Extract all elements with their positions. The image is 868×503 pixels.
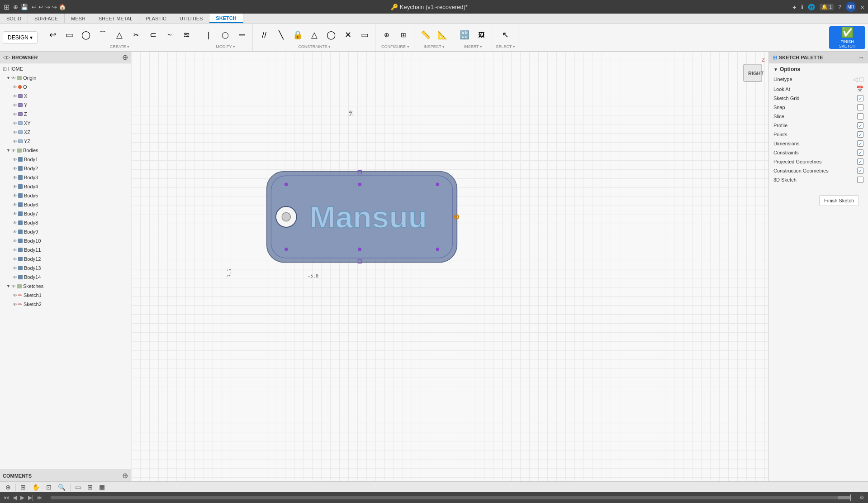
configure-1[interactable]: ⊕: [379, 26, 394, 43]
add-icon[interactable]: +: [792, 3, 797, 11]
tab-sheet-metal[interactable]: SHEET METAL: [92, 14, 139, 23]
eye-body7-icon[interactable]: 👁: [13, 211, 17, 216]
tab-mesh[interactable]: MESH: [65, 14, 92, 23]
eye-body4-icon[interactable]: 👁: [13, 184, 17, 189]
lookat-calendar-icon[interactable]: 📅: [856, 86, 863, 92]
eye-body1-icon[interactable]: 👁: [13, 157, 17, 162]
finish-sketch-button[interactable]: ✅ FINISH SKETCH: [829, 26, 865, 49]
tree-body7[interactable]: 👁 Body7: [0, 209, 131, 218]
poly-tool[interactable]: △: [112, 26, 127, 43]
arc-tool[interactable]: ⌒: [95, 26, 110, 43]
eye-body3-icon[interactable]: 👁: [13, 175, 17, 180]
sketch-grid-checkbox[interactable]: [857, 95, 863, 101]
eye-sketch2-icon[interactable]: 👁: [13, 302, 17, 307]
bottom-home-icon[interactable]: ⊕: [4, 483, 13, 492]
palette-expand-icon[interactable]: ↔: [858, 54, 864, 61]
eye-body13-icon[interactable]: 👁: [13, 266, 17, 271]
bottom-display-2[interactable]: ⊞: [85, 483, 95, 492]
perp-tool[interactable]: ╲: [273, 26, 289, 43]
select-1[interactable]: ↖: [498, 26, 513, 43]
tree-body11[interactable]: 👁 Body11: [0, 245, 131, 254]
offset-tool[interactable]: ⊂: [145, 26, 161, 43]
lock-tool[interactable]: 🔒: [290, 26, 305, 43]
playback-end-icon[interactable]: ⏭: [37, 494, 43, 501]
eye-x-icon[interactable]: 👁: [13, 94, 17, 99]
playback-start-icon[interactable]: ⏮: [4, 494, 9, 501]
tree-body4[interactable]: 👁 Body4: [0, 182, 131, 191]
points-checkbox[interactable]: [857, 131, 863, 138]
app-grid-icon[interactable]: ⊞: [4, 3, 9, 11]
3dsketch-checkbox[interactable]: [857, 177, 863, 183]
eye-body2-icon[interactable]: 👁: [13, 166, 17, 171]
tree-sketch2[interactable]: 👁 ✏ Sketch2: [0, 300, 131, 309]
playback-play-icon[interactable]: ▶: [20, 494, 24, 501]
tree-body2[interactable]: 👁 Body2: [0, 164, 131, 173]
eye-y-icon[interactable]: 👁: [13, 103, 17, 108]
eye-xz-icon[interactable]: 👁: [13, 130, 17, 135]
tree-xy[interactable]: 👁 XY: [0, 119, 131, 128]
fillet-tool[interactable]: |: [201, 26, 216, 43]
projected-checkbox[interactable]: [857, 158, 863, 165]
browser-arrow-icon[interactable]: ◁▷: [3, 54, 10, 60]
bottom-zoom-fit-icon[interactable]: ⊡: [44, 483, 53, 492]
tree-body13[interactable]: 👁 Body13: [0, 263, 131, 273]
tree-body3[interactable]: 👁 Body3: [0, 173, 131, 182]
tree-x[interactable]: 👁 X: [0, 91, 131, 101]
tree-body14[interactable]: 👁 Body14: [0, 273, 131, 282]
coincident-tool[interactable]: ✕: [340, 26, 356, 43]
eye-body14-icon[interactable]: 👁: [13, 275, 17, 280]
eye-body9-icon[interactable]: 👁: [13, 230, 17, 235]
tree-bodies-row[interactable]: ▼ 👁 Bodies: [0, 146, 131, 155]
bottom-display-3[interactable]: ▦: [97, 483, 107, 492]
bottom-pan-icon[interactable]: ✋: [30, 483, 42, 492]
timeline-bar[interactable]: [51, 496, 851, 499]
eye-body6-icon[interactable]: 👁: [13, 202, 17, 207]
eye-origin-icon[interactable]: 👁: [11, 76, 16, 81]
tangent-tool[interactable]: △: [307, 26, 322, 43]
redo2-icon[interactable]: ↪: [52, 4, 57, 10]
tab-solid[interactable]: SOLID: [0, 14, 28, 23]
tree-origin-row[interactable]: ▼ 👁 Origin: [0, 73, 131, 82]
view-cube[interactable]: Z RIGHT: [741, 56, 764, 83]
playback-prev-icon[interactable]: ◀: [13, 494, 17, 501]
tab-utilities[interactable]: UTILITIES: [173, 14, 209, 23]
bodies-expand-icon[interactable]: ▼: [6, 148, 10, 153]
eye-sketches-icon[interactable]: 👁: [11, 284, 16, 289]
dimensions-checkbox[interactable]: [857, 140, 863, 147]
tree-body12[interactable]: 👁 Body12: [0, 254, 131, 263]
save-icon[interactable]: 💾: [21, 4, 28, 10]
parallel-tool[interactable]: //: [256, 26, 272, 43]
eye-body11-icon[interactable]: 👁: [13, 248, 17, 253]
settings-icon[interactable]: ⚙: [859, 494, 864, 501]
tree-body10[interactable]: 👁 Body10: [0, 236, 131, 245]
tab-sketch[interactable]: SKETCH: [209, 14, 243, 23]
tab-surface[interactable]: SURFACE: [28, 14, 65, 23]
browser-add-icon[interactable]: ⊕: [122, 53, 128, 62]
bottom-display-1[interactable]: ▭: [73, 483, 83, 492]
slice-checkbox[interactable]: [857, 113, 863, 120]
profile-checkbox[interactable]: [857, 122, 863, 129]
home-icon[interactable]: 🏠: [59, 4, 66, 10]
tree-y[interactable]: 👁 Y: [0, 101, 131, 110]
eye-body12-icon[interactable]: 👁: [13, 257, 17, 262]
inspect-1[interactable]: 📏: [418, 26, 433, 43]
circle-tool[interactable]: ◯: [78, 26, 94, 43]
tree-sketch1[interactable]: 👁 ✏ Sketch1: [0, 291, 131, 300]
spline-tool[interactable]: ~: [162, 26, 177, 43]
eye-bodies-icon[interactable]: 👁: [11, 148, 16, 153]
insert-2[interactable]: 🖼: [474, 26, 489, 43]
extend-tool[interactable]: ═: [234, 26, 250, 43]
eye-body10-icon[interactable]: 👁: [13, 239, 17, 244]
canvas-area[interactable]: -7.5 50 25 -5.0 Mansuu: [131, 52, 768, 481]
linetype-box-icon[interactable]: □: [860, 76, 863, 83]
inspect-2[interactable]: 📐: [435, 26, 450, 43]
tree-body1[interactable]: 👁 Body1: [0, 155, 131, 164]
trim-tool[interactable]: ◯: [218, 26, 233, 43]
linetype-angle-icon[interactable]: ◁: [853, 76, 858, 83]
rect-tool[interactable]: ▭: [62, 26, 77, 43]
eye-sketch1-icon[interactable]: 👁: [13, 293, 17, 298]
origin-expand-icon[interactable]: ▼: [6, 76, 10, 80]
construction-checkbox[interactable]: [857, 168, 863, 174]
line-tool[interactable]: ↩: [45, 26, 60, 43]
comments-add-icon[interactable]: ⊕: [122, 471, 128, 480]
